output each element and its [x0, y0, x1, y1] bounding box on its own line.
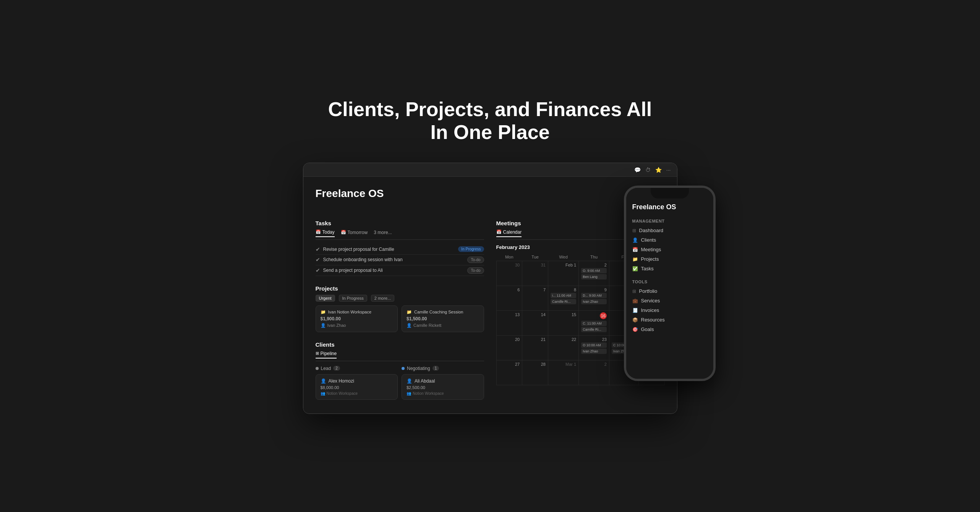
cal-day: 9 D... 9:00 AM Ivan Zhao [579, 286, 609, 310]
tasks-tab-bar: 📅 Today 📅 Tomorrow 3 more... [316, 229, 484, 240]
app-title: Freelance OS [316, 187, 665, 211]
cal-day: 20 [496, 335, 522, 360]
project-person-1: 👤 Ivan Zhao [321, 323, 393, 328]
check-icon-2: ✔ [316, 257, 320, 263]
phone-management-heading: Management [632, 219, 707, 223]
cal-day: 7 [522, 286, 548, 310]
goals-icon: 🎯 [632, 327, 638, 332]
cal-day: 31 [522, 261, 548, 286]
tab-tomorrow[interactable]: 📅 Tomorrow [341, 229, 368, 237]
today-badge: 16 [600, 312, 607, 319]
phone-nav-tasks[interactable]: ✅ Tasks [632, 264, 707, 273]
status-badge-progress: In Progress [458, 246, 484, 252]
phone-nav-clients[interactable]: 👤 Clients [632, 235, 707, 245]
clients-negotiating-col: Negotiating 1 👤 Ali Abdaal $2,500.00 [402, 366, 484, 403]
tasks-section: Tasks 📅 Today 📅 Tomorrow 3 more... [316, 220, 484, 276]
cal-day: 30 [496, 261, 522, 286]
cal-event: Camille Ri... [551, 299, 576, 304]
phone-tools-heading: Tools [632, 279, 707, 284]
client-amount-ali: $2,500.00 [407, 385, 479, 390]
cal-day: 6 [496, 286, 522, 310]
cal-day: 21 [522, 335, 548, 360]
services-icon: 💼 [632, 298, 638, 304]
phone-nav-dashboard[interactable]: ⊞ Dashboard [632, 226, 707, 235]
filter-more[interactable]: 2 more... [371, 295, 394, 302]
cal-day: 15 [548, 310, 579, 335]
filter-urgent[interactable]: Urgent [316, 295, 335, 302]
cal-event: O. 9:00 AM [581, 268, 607, 273]
clients-negotiating-header: Negotiating 1 [402, 366, 484, 371]
client-name-alex: 👤 Alex Homozi [321, 378, 393, 384]
project-card-title-1: 📁 Ivan Notion Workspace [321, 310, 393, 315]
cal-day: 2 [579, 360, 609, 385]
cal-day: Mar 1 [548, 360, 579, 385]
portfolio-icon: ⊞ [632, 289, 636, 294]
projects-heading: Projects [316, 285, 484, 292]
client-card-ali: 👤 Ali Abdaal $2,500.00 👥 Notion Workspac… [402, 374, 484, 400]
mockup-wrapper: 💬 ⏱ ⭐ ··· Freelance OS Tasks 📅 Today [303, 163, 677, 414]
resources-icon: 📦 [632, 317, 638, 323]
project-card-title-2: 📁 Camille Coaching Session [407, 310, 479, 315]
task-item: ✔ Schedule onboarding session with Ivan … [316, 255, 484, 265]
meetings-icon: 📅 [632, 247, 638, 252]
cal-day-today: 16 C. 11:00 AM Camille Ri... [579, 310, 609, 335]
page-headline: Clients, Projects, and Finances All In O… [318, 98, 662, 144]
client-card-alex: 👤 Alex Homozi $8,000.00 👥 Notion Workspa… [316, 374, 398, 400]
phone-nav-invoices[interactable]: 🧾 Invoices [632, 305, 707, 315]
check-icon-3: ✔ [316, 267, 320, 273]
cal-day: 22 [548, 335, 579, 360]
project-amount-1: $1,900.00 [321, 316, 393, 321]
cal-header-thu: Thu [579, 253, 609, 261]
left-column: Tasks 📅 Today 📅 Tomorrow 3 more... [316, 220, 484, 414]
client-amount-alex: $8,000.00 [321, 385, 393, 390]
cal-header-mon: Mon [496, 253, 522, 261]
status-badge-todo-2: To-do [467, 267, 484, 274]
cal-event: O 10:00 AM [581, 342, 607, 348]
clock-icon[interactable]: ⏱ [645, 167, 651, 173]
projects-icon: 📁 [632, 257, 638, 262]
clients-lead-header: Lead 2 [316, 366, 398, 371]
project-grid: 📁 Ivan Notion Workspace $1,900.00 👤 Ivan… [316, 305, 484, 332]
tasks-heading: Tasks [316, 220, 484, 226]
cal-event: i... 11:00 AM [551, 293, 576, 298]
filter-inprogress[interactable]: In Progress [339, 295, 367, 302]
project-person-2: 👤 Camille Rickett [407, 323, 479, 328]
project-card-1: 📁 Ivan Notion Workspace $1,900.00 👤 Ivan… [316, 305, 398, 332]
phone-frame: Freelance OS Management ⊞ Dashboard 👤 Cl… [624, 186, 716, 381]
cal-event: Ivan Zhao [581, 349, 607, 354]
cal-day: 27 [496, 360, 522, 385]
tab-today[interactable]: 📅 Today [316, 229, 335, 237]
phone-nav-projects[interactable]: 📁 Projects [632, 254, 707, 264]
cal-event: Ivan Zhao [581, 299, 607, 304]
cal-day: Feb 1 [548, 261, 579, 286]
status-badge-todo-1: To-do [467, 257, 484, 263]
phone-app-title: Freelance OS [632, 203, 707, 211]
client-workspace-ali: 👥 Notion Workspace [407, 391, 479, 396]
phone-nav-goals[interactable]: 🎯 Goals [632, 325, 707, 334]
project-card-2: 📁 Camille Coaching Session $1,500.00 👤 C… [402, 305, 484, 332]
clients-icon: 👤 [632, 237, 638, 243]
project-filters: Urgent In Progress 2 more... [316, 295, 484, 302]
task-item: ✔ Send a project proposal to Ali To-do [316, 265, 484, 276]
cal-event: Camille Ri... [581, 327, 607, 332]
phone-nav-services[interactable]: 💼 Services [632, 296, 707, 305]
cal-day: 13 [496, 310, 522, 335]
check-icon-1: ✔ [316, 246, 320, 252]
tab-calendar[interactable]: 📅 Calendar [496, 229, 522, 237]
more-icon[interactable]: ··· [666, 167, 671, 173]
cal-event: Ben Lang [581, 274, 607, 279]
cal-header-wed: Wed [548, 253, 579, 261]
desktop-content: Freelance OS Tasks 📅 Today 📅 Tomorrow [303, 177, 677, 413]
phone-nav-resources[interactable]: 📦 Resources [632, 315, 707, 325]
comment-icon[interactable]: 💬 [634, 167, 641, 173]
client-name-ali: 👤 Ali Abdaal [407, 378, 479, 384]
star-icon[interactable]: ⭐ [655, 167, 662, 173]
phone-notch [651, 188, 689, 199]
tab-pipeline[interactable]: ⊞ Pipeline [316, 351, 337, 359]
phone-content: Freelance OS Management ⊞ Dashboard 👤 Cl… [626, 188, 713, 379]
phone-nav-meetings[interactable]: 📅 Meetings [632, 245, 707, 254]
cal-event: C. 11:00 AM [581, 321, 607, 326]
tab-more-tasks[interactable]: 3 more... [374, 229, 392, 237]
phone-nav-portfolio[interactable]: ⊞ Portfolio [632, 286, 707, 296]
clients-section: Clients ⊞ Pipeline Lead [316, 341, 484, 403]
